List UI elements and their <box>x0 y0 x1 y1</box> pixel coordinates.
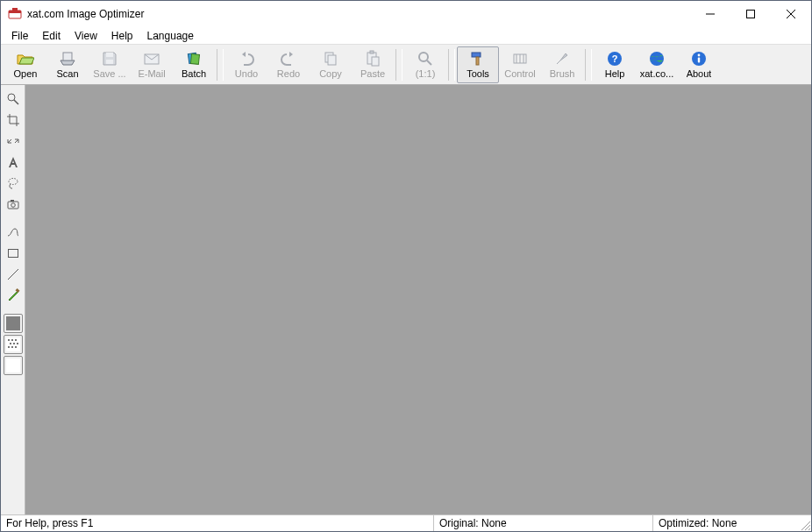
brush-icon <box>553 50 571 67</box>
tool-line[interactable] <box>4 265 23 284</box>
maximize-icon <box>746 10 755 18</box>
background-color-swatch[interactable] <box>4 356 23 375</box>
svg-point-28 <box>650 52 664 66</box>
about-label: About <box>687 68 712 79</box>
svg-rect-48 <box>17 343 18 344</box>
redo-button: Redo <box>267 46 310 83</box>
svg-rect-44 <box>11 339 13 341</box>
help-circle-icon: ? <box>606 50 623 67</box>
undo-button: Undo <box>225 46 267 83</box>
lasso-icon <box>6 176 20 190</box>
tool-curve[interactable] <box>4 223 23 242</box>
globe-icon <box>648 50 666 67</box>
svg-point-36 <box>11 203 15 208</box>
pattern-swatch[interactable] <box>4 335 23 354</box>
tool-camera[interactable] <box>4 195 23 214</box>
save-button: Save ... <box>89 46 131 83</box>
tool-lasso[interactable] <box>4 174 23 193</box>
main-toolbar: Open Scan Save ... E-Mail <box>1 45 811 85</box>
svg-rect-43 <box>8 339 10 341</box>
tool-resize[interactable] <box>4 131 23 151</box>
svg-point-18 <box>419 53 428 61</box>
copy-button: Copy <box>310 46 352 83</box>
menu-language[interactable]: Language <box>140 28 201 44</box>
svg-rect-8 <box>106 53 113 57</box>
paintbrush-icon <box>6 288 20 302</box>
close-icon <box>787 10 795 18</box>
app-window: xat.com Image Optimizer File Edit View H… <box>0 0 812 532</box>
minimize-button[interactable] <box>690 1 730 27</box>
titlebar: xat.com Image Optimizer <box>1 1 811 27</box>
pattern-icon <box>6 337 20 351</box>
svg-rect-20 <box>472 53 481 57</box>
undo-label: Undo <box>235 68 258 79</box>
menu-edit[interactable]: Edit <box>35 28 68 44</box>
tool-zoom[interactable] <box>4 89 23 109</box>
svg-rect-4 <box>747 11 755 18</box>
svg-rect-45 <box>15 339 17 341</box>
resize-grip-icon[interactable] <box>799 519 811 531</box>
copy-icon <box>322 50 339 67</box>
scan-button[interactable]: Scan <box>46 46 89 83</box>
swatch-icon <box>6 316 20 330</box>
svg-rect-2 <box>12 8 18 11</box>
status-original: Original: None <box>434 515 653 531</box>
svg-rect-1 <box>9 11 21 13</box>
help-button[interactable]: ? Help <box>594 46 636 83</box>
tool-rect[interactable] <box>4 244 23 263</box>
xatcom-button[interactable]: xat.co... <box>636 46 678 83</box>
magnifier-icon <box>417 50 434 67</box>
svg-rect-7 <box>63 53 72 60</box>
window-title: xat.com Image Optimizer <box>27 8 144 20</box>
status-optimized-text: Optimized: None <box>659 517 737 529</box>
sliders-icon <box>511 50 529 67</box>
copy-label: Copy <box>319 68 342 79</box>
email-icon <box>143 50 160 67</box>
close-button[interactable] <box>771 1 811 27</box>
menu-file[interactable]: File <box>4 28 35 44</box>
statusbar: For Help, press F1 Original: None Optimi… <box>1 514 811 531</box>
open-folder-icon <box>17 50 34 67</box>
tool-text[interactable] <box>4 153 23 172</box>
about-button[interactable]: About <box>678 46 720 83</box>
foreground-color-swatch[interactable] <box>4 314 23 333</box>
menu-view[interactable]: View <box>68 28 104 44</box>
svg-line-33 <box>14 100 18 104</box>
brush-label: Brush <box>550 68 575 79</box>
scan-label: Scan <box>56 68 78 79</box>
maximize-button[interactable] <box>730 1 771 27</box>
tools-button[interactable]: Tools <box>457 46 499 83</box>
paste-label: Paste <box>360 68 385 79</box>
minimize-icon <box>706 10 715 18</box>
open-button[interactable]: Open <box>4 46 46 83</box>
svg-rect-52 <box>6 358 20 372</box>
zoom-1-1-button: (1:1) <box>404 46 446 83</box>
batch-label: Batch <box>182 68 206 79</box>
status-help: For Help, press F1 <box>1 515 434 531</box>
control-button: Control <box>499 46 541 83</box>
save-label: Save ... <box>93 68 125 79</box>
swatch-icon <box>6 358 20 372</box>
tool-paint[interactable] <box>4 286 23 305</box>
open-label: Open <box>14 68 38 79</box>
svg-point-32 <box>8 94 15 101</box>
svg-rect-50 <box>11 346 13 348</box>
svg-rect-49 <box>8 346 10 348</box>
svg-rect-47 <box>13 343 15 344</box>
svg-rect-51 <box>15 346 17 348</box>
svg-point-30 <box>698 54 701 57</box>
svg-rect-9 <box>106 60 113 64</box>
svg-rect-37 <box>11 200 14 202</box>
email-label: E-Mail <box>138 68 165 79</box>
canvas-area[interactable] <box>25 85 811 514</box>
redo-label: Redo <box>277 68 300 79</box>
batch-button[interactable]: Batch <box>173 46 215 83</box>
zoom-1-1-label: (1:1) <box>416 68 436 79</box>
info-circle-icon <box>690 50 708 67</box>
undo-icon <box>238 50 255 67</box>
menu-help[interactable]: Help <box>104 28 140 44</box>
tool-crop[interactable] <box>4 110 23 130</box>
batch-icon <box>185 50 203 67</box>
control-label: Control <box>504 68 535 79</box>
redo-icon <box>280 50 297 67</box>
